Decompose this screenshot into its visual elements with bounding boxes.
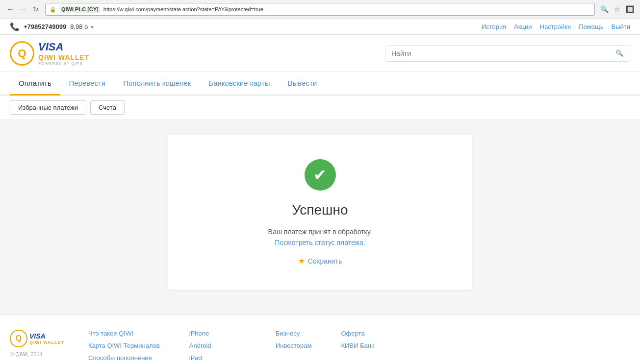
save-button[interactable]: ★ Сохранить xyxy=(198,256,443,266)
logout-link[interactable]: Выйти xyxy=(612,23,631,30)
footer-col-1: Что такое QIWI Карта QIWI Терминалов Спо… xyxy=(88,330,160,364)
footer-link-topup-methods[interactable]: Способы пополнения xyxy=(88,354,160,362)
success-title: Успешно xyxy=(198,202,443,218)
reload-button[interactable]: ↻ xyxy=(30,4,41,15)
browser-actions: 🔍 ☆ 🔲 xyxy=(599,4,635,15)
top-bar-left: 📞 +79852749099 8,98 р ▼ xyxy=(10,22,95,31)
nav-pay[interactable]: Оплатить xyxy=(10,72,60,96)
extension-button[interactable]: 🔲 xyxy=(624,4,635,15)
nav-withdraw[interactable]: Вывести xyxy=(279,72,326,96)
footer-link-investors[interactable]: Инвесторам xyxy=(276,342,311,349)
settings-link[interactable]: Настройки xyxy=(540,23,571,30)
logo-qiwi: QIWI WALLET xyxy=(38,53,89,61)
sub-nav: Избранные платежи Счета xyxy=(0,96,640,120)
logo-text: VISA QIWI WALLET POWERED BY QIPS xyxy=(38,41,89,66)
main-nav: Оплатить Перевести Пополнить кошелек Бан… xyxy=(0,72,640,96)
accounts-button[interactable]: Счета xyxy=(90,100,125,115)
phone-number: +79852749099 xyxy=(24,23,66,30)
footer-columns: Что такое QIWI Карта QIWI Терминалов Спо… xyxy=(88,330,630,364)
success-icon: ✔ xyxy=(305,159,336,191)
footer-col-4: Оферта КИВИ Банк xyxy=(341,330,374,364)
success-card: ✔ Успешно Ваш платеж принят в обработку.… xyxy=(168,135,472,290)
balance-arrow: ▼ xyxy=(90,24,95,30)
main-content: ✔ Успешно Ваш платеж принят в обработку.… xyxy=(0,120,640,305)
footer-col-2: iPhone Android iPad Windows Phone Другие… xyxy=(189,330,246,364)
address-bar[interactable]: 🔒 QIWI PLC [CY] https://w.qiwi.com/payme… xyxy=(45,3,595,16)
footer-col-3: Бизнесу Инвесторам xyxy=(276,330,311,364)
lock-icon: 🔒 xyxy=(50,6,56,13)
nav-transfer[interactable]: Перевести xyxy=(60,72,115,96)
nav-buttons: ← → ↻ xyxy=(5,4,41,15)
nav-cards[interactable]: Банковские карты xyxy=(200,72,279,96)
back-button[interactable]: ← xyxy=(5,4,16,15)
logo: Q VISA QIWI WALLET POWERED BY QIPS xyxy=(10,41,89,66)
footer-link-ipad[interactable]: iPad xyxy=(189,354,246,362)
footer-link-iphone[interactable]: iPhone xyxy=(189,330,246,337)
browser-chrome: ← → ↻ 🔒 QIWI PLC [CY] https://w.qiwi.com… xyxy=(0,0,640,19)
logo-powered: POWERED BY QIPS xyxy=(38,61,89,66)
site-header: Q VISA QIWI WALLET POWERED BY QIPS 🔍 xyxy=(0,35,640,72)
footer-q-circle: Q xyxy=(10,330,27,347)
footer-link-offer[interactable]: Оферта xyxy=(341,330,374,337)
footer: Q VISA QIWI WALLET © QIWI, 2014 Что тако… xyxy=(0,315,640,364)
search-button[interactable]: 🔍 xyxy=(610,46,630,61)
footer-qiwi: QIWI WALLET xyxy=(29,340,64,345)
footer-link-business[interactable]: Бизнесу xyxy=(276,330,311,337)
help-link[interactable]: Помощь xyxy=(579,23,603,30)
footer-logo: Q VISA QIWI WALLET xyxy=(10,330,69,347)
favorites-button[interactable]: Избранные платежи xyxy=(10,100,86,115)
footer-copyright: © QIWI, 2014 xyxy=(10,351,69,357)
star-icon: ★ xyxy=(298,256,305,266)
footer-logo-area: Q VISA QIWI WALLET © QIWI, 2014 xyxy=(10,330,69,364)
view-status-link[interactable]: Посмотреть статус платежа. xyxy=(275,239,365,246)
top-bar-right: История Акции Настройки Помощь Выйти xyxy=(482,23,630,30)
save-label: Сохранить xyxy=(308,257,342,265)
footer-link-kiwi-bank[interactable]: КИВИ Банк xyxy=(341,342,374,349)
logo-q-circle: Q xyxy=(10,41,34,66)
bookmark-button[interactable]: ☆ xyxy=(612,4,622,15)
footer-link-android[interactable]: Android xyxy=(189,342,246,349)
search-browser-button[interactable]: 🔍 xyxy=(599,4,610,15)
footer-visa: VISA xyxy=(29,332,64,340)
forward-button[interactable]: → xyxy=(18,4,28,15)
phone-icon: 📞 xyxy=(10,22,20,31)
logo-visa: VISA xyxy=(38,41,89,53)
footer-link-terminal-map[interactable]: Карта QIWI Терминалов xyxy=(88,342,160,349)
nav-topup[interactable]: Пополнить кошелек xyxy=(114,72,200,96)
site-name: QIWI PLC [CY] xyxy=(59,6,101,13)
footer-link-what-is-qiwi[interactable]: Что такое QIWI xyxy=(88,330,160,337)
address-url: https://w.qiwi.com/payment/state.action?… xyxy=(103,6,263,12)
history-link[interactable]: История xyxy=(482,23,506,30)
top-bar: 📞 +79852749099 8,98 р ▼ История Акции На… xyxy=(0,19,640,35)
promo-link[interactable]: Акции xyxy=(514,23,532,30)
search-bar: 🔍 xyxy=(385,45,630,62)
success-description: Ваш платеж принят в обработку. xyxy=(198,228,443,236)
balance: 8,98 р ▼ xyxy=(70,23,95,30)
footer-inner: Q VISA QIWI WALLET © QIWI, 2014 Что тако… xyxy=(10,330,630,364)
search-input[interactable] xyxy=(385,46,610,61)
